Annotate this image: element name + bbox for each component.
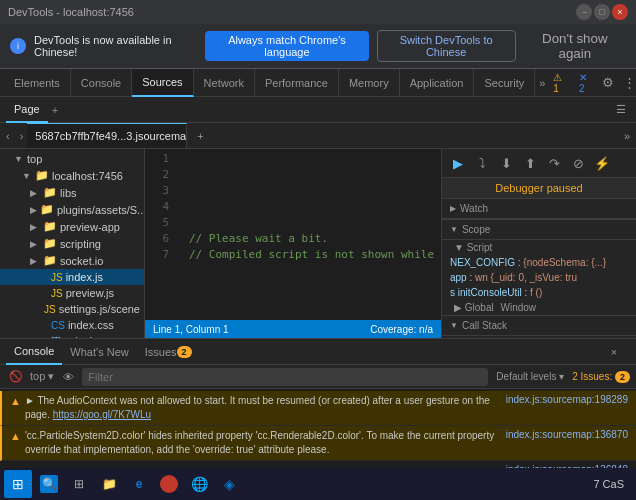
- notification-text: DevTools is now available in Chinese!: [34, 34, 197, 58]
- tab-application[interactable]: Application: [400, 69, 475, 97]
- taskbar-item-fileexplorer[interactable]: 📁: [94, 470, 124, 498]
- browser-titlebar: DevTools - localhost:7456 － □ ×: [0, 0, 636, 24]
- file-tab-bar: ‹ › 5687cb7ffb7fe49...3.jsourcemap × + »: [0, 123, 636, 149]
- console-tab-issues[interactable]: Issues 2: [137, 339, 200, 365]
- top-select[interactable]: top ▾: [30, 370, 54, 383]
- tab-overflow[interactable]: »: [535, 77, 549, 89]
- line-2: 2: [145, 167, 169, 183]
- tab-performance[interactable]: Performance: [255, 69, 339, 97]
- code-line-2: [189, 167, 441, 183]
- maximize-button[interactable]: □: [594, 4, 610, 20]
- watch-section-header[interactable]: ▶ Watch: [442, 199, 636, 219]
- toolbar-right: ⚠ 1 ✕ 2 ⚙ ⋮: [549, 72, 636, 94]
- browser-title: DevTools - localhost:7456: [8, 6, 134, 18]
- subtab-menu-btn[interactable]: ☰: [612, 103, 630, 116]
- code-line-5: [189, 215, 441, 231]
- arrow-icon: ▶: [30, 188, 40, 198]
- taskbar-item-chrome[interactable]: 🌐: [184, 470, 214, 498]
- taskbar-item-edge[interactable]: e: [124, 470, 154, 498]
- eye-button[interactable]: 👁: [58, 367, 78, 387]
- tree-item-plugins[interactable]: ▶ 📁 plugins/assets/S...: [0, 201, 144, 218]
- tab-security[interactable]: Security: [474, 69, 535, 97]
- scope-global-val: Window: [500, 302, 536, 313]
- tab-network[interactable]: Network: [194, 69, 255, 97]
- dont-pause-exceptions-button[interactable]: ⚡: [592, 153, 612, 173]
- taskbar-item-vscode[interactable]: ◈: [214, 470, 244, 498]
- tree-item-previewjs[interactable]: JS preview.js: [0, 285, 144, 301]
- scope-script-header[interactable]: ▼ Script: [442, 240, 636, 255]
- scope-section-header[interactable]: ▼ Scope: [442, 219, 636, 240]
- scope-val: {nodeSchema: {...}: [523, 257, 606, 268]
- tree-item-indexcss[interactable]: CS index.css: [0, 317, 144, 333]
- console-filter-input[interactable]: [82, 368, 488, 386]
- tree-item-libs[interactable]: ▶ 📁 libs: [0, 184, 144, 201]
- taskbar-item-taskview[interactable]: ⊞: [64, 470, 94, 498]
- vscode-icon: ◈: [220, 475, 238, 493]
- tab-console[interactable]: Console: [71, 69, 132, 97]
- subtab-page[interactable]: Page: [6, 97, 48, 123]
- code-line-3: [189, 183, 441, 199]
- file-tab-sourcemap[interactable]: 5687cb7ffb7fe49...3.jsourcemap ×: [27, 123, 187, 149]
- match-language-button[interactable]: Always match Chrome's language: [205, 31, 368, 61]
- close-button[interactable]: ×: [612, 4, 628, 20]
- code-content[interactable]: // Please wait a bit. // Compiled script…: [181, 149, 441, 338]
- more-tools-button[interactable]: ⋮: [621, 72, 636, 94]
- tree-item-settingsjs[interactable]: JS settings.js/scene: [0, 301, 144, 317]
- file-nav-back[interactable]: ‹: [0, 130, 16, 142]
- taskbar-item-search[interactable]: 🔍: [34, 470, 64, 498]
- taskbar: ⊞ 🔍 ⊞ 📁 e 🌐 ◈ 7 CaS: [0, 468, 636, 500]
- audio-ctx-link[interactable]: https://goo.gl/7K7WLu: [53, 409, 151, 420]
- taskbar-item-app1[interactable]: [154, 470, 184, 498]
- cursor-position: Line 1, Column 1: [153, 324, 229, 335]
- tab-memory[interactable]: Memory: [339, 69, 400, 97]
- settings-button[interactable]: ⚙: [600, 72, 617, 94]
- tree-item-top[interactable]: ▼ top: [0, 151, 144, 167]
- warning-icon-2: ▲: [10, 430, 21, 442]
- file-nav-forward[interactable]: ›: [16, 130, 28, 142]
- add-file-tab[interactable]: +: [191, 130, 209, 142]
- editor-inner: 1 2 3 4 5 6 7 // Please wait: [145, 149, 441, 338]
- console-tab-console[interactable]: Console: [6, 339, 62, 365]
- issues-link[interactable]: 2 Issues: 2: [572, 371, 630, 382]
- line-numbers: 1 2 3 4 5 6 7: [145, 149, 175, 263]
- tree-item-socketio[interactable]: ▶ 📁 socket.io: [0, 252, 144, 269]
- code-line-7: // Compiled script is not shown while so…: [189, 247, 441, 263]
- window-controls: － □ ×: [576, 4, 628, 20]
- pause-resume-button[interactable]: ▶: [448, 153, 468, 173]
- add-tab-icon[interactable]: +: [52, 104, 58, 116]
- tree-item-indexjs[interactable]: JS index.js: [0, 269, 144, 285]
- switch-devtools-button[interactable]: Switch DevTools to Chinese: [377, 30, 516, 62]
- step-into-button[interactable]: ⬇: [496, 153, 516, 173]
- clear-console-button[interactable]: 🚫: [6, 367, 26, 387]
- line-1: 1: [145, 151, 169, 167]
- console-tab-whatsnew[interactable]: What's New: [62, 339, 136, 365]
- tree-label-scripting: scripting: [60, 238, 101, 250]
- close-console-button[interactable]: ×: [604, 342, 624, 362]
- scope-global-header[interactable]: ▶ Global Window: [442, 300, 636, 315]
- deactivate-breakpoints-button[interactable]: ⊘: [568, 153, 588, 173]
- issues-count-badge[interactable]: ⚠ 1: [549, 72, 571, 94]
- dismiss-notification-button[interactable]: Don't show again: [524, 29, 626, 63]
- tree-item-localhost[interactable]: ▼ 📁 localhost:7456: [0, 167, 144, 184]
- folder-icon: 📁: [40, 203, 54, 216]
- code-editor[interactable]: 1 2 3 4 5 6 7 // Please wait: [145, 149, 441, 338]
- line-7: 7: [145, 247, 169, 263]
- start-button[interactable]: ⊞: [4, 470, 32, 498]
- msg-source-particle[interactable]: index.js:sourcemap:136870: [506, 429, 628, 440]
- callstack-section-header[interactable]: ▼ Call Stack: [442, 315, 636, 336]
- step-out-button[interactable]: ⬆: [520, 153, 540, 173]
- step-button[interactable]: ↷: [544, 153, 564, 173]
- step-over-button[interactable]: ⤵: [472, 153, 492, 173]
- msg-source-audioctx[interactable]: index.js:sourcemap:198289: [506, 394, 628, 405]
- file-tab-overflow[interactable]: »: [618, 130, 636, 142]
- tree-item-scripting[interactable]: ▶ 📁 scripting: [0, 235, 144, 252]
- tree-item-preview-app[interactable]: ▶ 📁 preview-app: [0, 218, 144, 235]
- tab-elements[interactable]: Elements: [4, 69, 71, 97]
- scope-key: NEX_CONFIG: [450, 257, 515, 268]
- minimize-button[interactable]: －: [576, 4, 592, 20]
- taskbar-time: 7 CaS: [585, 478, 632, 490]
- tab-sources[interactable]: Sources: [132, 69, 193, 97]
- default-levels-select[interactable]: Default levels ▾: [492, 371, 568, 382]
- errors-count-badge[interactable]: ✕ 2: [575, 72, 596, 94]
- line-5: 5: [145, 215, 169, 231]
